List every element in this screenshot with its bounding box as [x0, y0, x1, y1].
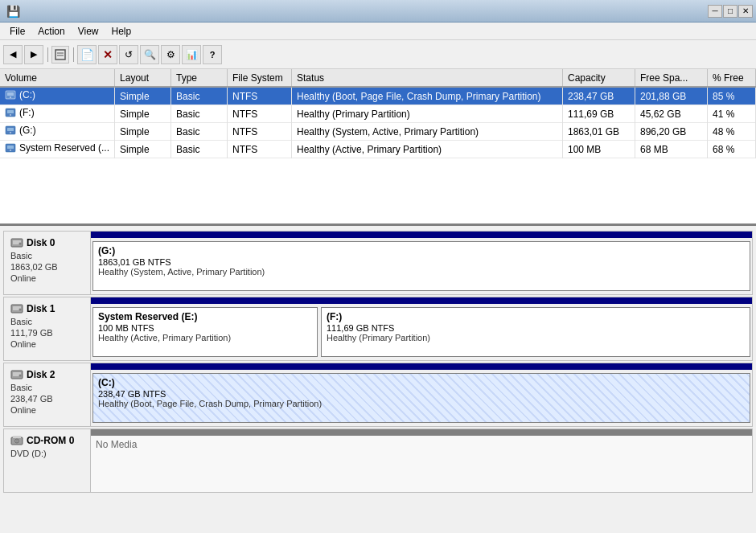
settings-button[interactable]: ⚙ — [161, 45, 180, 64]
disk-header-bar — [91, 232, 752, 238]
col-header-type[interactable]: Type — [171, 69, 228, 87]
delete-button[interactable]: ✕ — [98, 45, 117, 64]
partition-size: 238,47 GB NTFS — [98, 389, 745, 399]
svg-point-14 — [10, 150, 11, 151]
svg-rect-4 — [7, 92, 14, 96]
partition-name: (G:) — [98, 245, 745, 256]
cell-percentFree: 85 % — [708, 87, 756, 105]
cdrom-type: DVD (D:) — [10, 449, 84, 458]
cell-volume: (C:) — [0, 87, 115, 105]
cell-capacity: 111,69 GB — [563, 105, 635, 123]
partition[interactable]: (F:) 111,69 GB NTFS Healthy (Primary Par… — [321, 307, 750, 357]
cell-type: Basic — [171, 141, 228, 158]
cdrom-content: No Media — [91, 436, 752, 492]
minimize-button[interactable]: ─ — [708, 5, 722, 18]
partition-size: 100 MB NTFS — [98, 323, 312, 333]
disk-size: 111,79 GB — [10, 328, 84, 338]
cell-freeSpace: 68 MB — [635, 141, 708, 158]
disk-row-disk2: Disk 2 Basic 238,47 GB Online (C:) 238,4… — [3, 363, 753, 427]
disk-name: Disk 1 — [10, 302, 84, 315]
cell-capacity: 1863,01 GB — [563, 123, 635, 141]
menu-bar: File Action View Help — [0, 23, 756, 40]
disk-type: Basic — [10, 317, 84, 326]
disk-panels: Disk 0 Basic 1863,02 GB Online (G:) 1863… — [0, 226, 756, 533]
volume-table: Volume Layout Type File System Status Ca… — [0, 69, 756, 158]
cell-layout: Simple — [115, 87, 171, 105]
table-row[interactable]: (G:)SimpleBasicNTFSHealthy (System, Acti… — [0, 123, 756, 141]
menu-view[interactable]: View — [72, 24, 105, 39]
cell-status: Healthy (Active, Primary Partition) — [292, 141, 563, 158]
svg-rect-25 — [13, 436, 21, 438]
svg-point-5 — [10, 96, 11, 98]
cell-percentFree: 41 % — [708, 105, 756, 123]
disk-area-disk2: (C:) 238,47 GB NTFS Healthy (Boot, Page … — [90, 363, 753, 427]
cell-layout: Simple — [115, 141, 171, 158]
partition-size: 111,69 GB NTFS — [327, 323, 745, 333]
toolbar: ◀ ▶ 📄 ✕ ↺ 🔍 ⚙ 📊 ? — [0, 40, 756, 69]
disk-type: Basic — [10, 383, 84, 392]
properties-button[interactable] — [51, 46, 69, 64]
partition[interactable]: (C:) 238,47 GB NTFS Healthy (Boot, Page … — [92, 373, 750, 423]
help-button[interactable]: ? — [203, 45, 222, 64]
cell-freeSpace: 45,62 GB — [635, 105, 708, 123]
svg-point-20 — [19, 309, 22, 311]
col-header-percentfree[interactable]: % Free — [708, 69, 756, 87]
table-row[interactable]: System Reserved (...SimpleBasicNTFSHealt… — [0, 141, 756, 158]
cell-freeSpace: 201,88 GB — [635, 87, 708, 105]
partition[interactable]: (G:) 1863,01 GB NTFS Healthy (System, Ac… — [92, 241, 750, 291]
col-header-volume[interactable]: Volume — [0, 69, 115, 87]
menu-file[interactable]: File — [3, 24, 31, 39]
cell-fileSystem: NTFS — [228, 87, 292, 105]
cell-volume: System Reserved (... — [0, 141, 115, 158]
svg-rect-7 — [7, 110, 14, 113]
new-button[interactable]: 📄 — [77, 45, 97, 64]
disk-header-bar — [91, 297, 752, 304]
disk-area-disk0: (G:) 1863,01 GB NTFS Healthy (System, Ac… — [90, 231, 753, 295]
partition-name: (F:) — [327, 311, 745, 322]
partition-size: 1863,01 GB NTFS — [98, 257, 745, 267]
partition-status: Healthy (System, Active, Primary Partiti… — [98, 267, 745, 277]
refresh-button[interactable]: ↺ — [119, 45, 138, 64]
cell-status: Healthy (Primary Partition) — [292, 105, 563, 123]
cdrom-header-bar — [91, 429, 752, 436]
disk-label-disk2: Disk 2 Basic 238,47 GB Online — [3, 363, 90, 427]
cell-fileSystem: NTFS — [228, 141, 292, 158]
cdrom-area: No Media — [90, 428, 753, 493]
back-button[interactable]: ◀ — [3, 45, 23, 64]
partition-status: Healthy (Primary Partition) — [327, 333, 745, 342]
disk-label-disk1: Disk 1 Basic 111,79 GB Online — [3, 297, 90, 361]
search-button[interactable]: 🔍 — [140, 45, 159, 64]
partition-name: System Reserved (E:) — [98, 311, 312, 322]
cdrom-name: CD-ROM 0 — [10, 434, 84, 447]
svg-point-11 — [10, 132, 11, 133]
table-header-row: Volume Layout Type File System Status Ca… — [0, 69, 756, 87]
volume-list: Volume Layout Type File System Status Ca… — [0, 69, 756, 226]
col-header-filesystem[interactable]: File System — [228, 69, 292, 87]
svg-rect-0 — [55, 50, 65, 59]
cell-type: Basic — [171, 123, 228, 141]
cdrom-label: CD-ROM 0 DVD (D:) — [3, 428, 90, 493]
maximize-button[interactable]: □ — [723, 5, 738, 18]
menu-action[interactable]: Action — [31, 24, 71, 39]
col-header-layout[interactable]: Layout — [115, 69, 171, 87]
partition[interactable]: System Reserved (E:) 100 MB NTFS Healthy… — [92, 307, 318, 357]
menu-help[interactable]: Help — [105, 24, 138, 39]
cdrom-row-cdrom0: CD-ROM 0 DVD (D:) No Media — [3, 428, 753, 493]
col-header-freespace[interactable]: Free Spa... — [635, 69, 708, 87]
table-row[interactable]: (F:)SimpleBasicNTFSHealthy (Primary Part… — [0, 105, 756, 123]
col-header-status[interactable]: Status — [292, 69, 563, 87]
title-bar: 💾 ─ □ ✕ — [0, 0, 756, 23]
disk-row-disk0: Disk 0 Basic 1863,02 GB Online (G:) 1863… — [3, 231, 753, 295]
svg-point-8 — [10, 114, 11, 116]
disk-label-disk0: Disk 0 Basic 1863,02 GB Online — [3, 231, 90, 295]
forward-button[interactable]: ▶ — [24, 45, 43, 64]
cell-status: Healthy (System, Active, Primary Partiti… — [292, 123, 563, 141]
table-row[interactable]: (C:)SimpleBasicNTFSHealthy (Boot, Page F… — [0, 87, 756, 105]
col-header-capacity[interactable]: Capacity — [563, 69, 635, 87]
disk-type: Basic — [10, 251, 84, 260]
cell-capacity: 238,47 GB — [563, 87, 635, 105]
chart-button[interactable]: 📊 — [182, 45, 201, 64]
disk-row-disk1: Disk 1 Basic 111,79 GB Online System Res… — [3, 297, 753, 361]
disk-status: Online — [10, 405, 84, 415]
close-button[interactable]: ✕ — [738, 5, 753, 18]
